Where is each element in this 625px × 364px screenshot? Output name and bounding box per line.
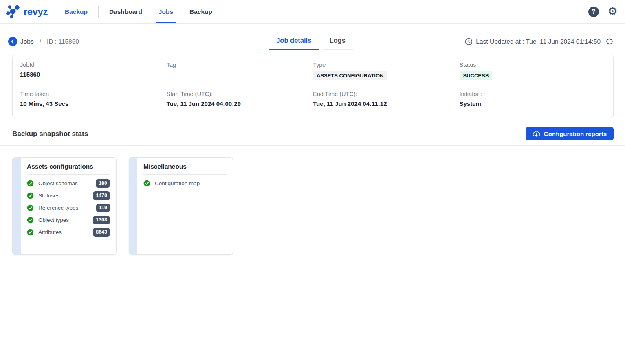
stats-section-title: Backup snapshot stats <box>12 130 88 138</box>
nav-item-backup[interactable]: Backup <box>181 0 220 23</box>
field-initiator: Initiator : System <box>460 91 606 107</box>
job-details-card: JobId 115860 Tag - Type ASSETS CONFIGURA… <box>12 55 614 118</box>
field-value: 10 Mins, 43 Secs <box>20 100 167 107</box>
chevron-left-icon <box>10 39 15 44</box>
field-tag: Tag - <box>167 61 313 80</box>
main-nav: Backup Dashboard Jobs Backup <box>57 0 220 23</box>
list-item-statuses: Statuses 1470 <box>27 191 110 200</box>
check-circle-icon <box>143 180 150 187</box>
revyz-logo[interactable]: revyz <box>5 0 48 23</box>
toolbar: Jobs / ID : 115860 Job details Logs Last… <box>0 33 625 50</box>
configuration-map-label: Configuration map <box>155 180 200 186</box>
field-label: Time taken <box>20 91 167 97</box>
stats-section-header: Backup snapshot stats Configuration repo… <box>0 127 625 140</box>
check-circle-icon <box>27 180 34 187</box>
help-icon[interactable]: ? <box>588 7 599 17</box>
check-circle-icon <box>27 192 34 199</box>
miscellaneous-card: Miscellaneous Configuration map <box>129 157 233 255</box>
field-label: JobId <box>20 61 167 68</box>
molecule-logo-icon <box>5 4 22 20</box>
app-header: revyz Backup Dashboard Jobs Backup ? ⚙ <box>0 0 625 24</box>
field-jobid: JobId 115860 <box>20 61 167 80</box>
configuration-reports-label: Configuration reports <box>544 130 607 137</box>
list-item-object-types: Object types 1308 <box>27 216 110 224</box>
statuses-link[interactable]: Statuses <box>38 193 60 199</box>
card-accent-strip <box>129 158 137 254</box>
field-label: Type <box>313 61 460 68</box>
field-value: Tue, 11 Jun 2024 04:11:12 <box>313 100 460 107</box>
clock-icon <box>465 38 473 46</box>
gear-icon[interactable]: ⚙ <box>608 6 618 17</box>
breadcrumb-jobs-link[interactable]: Jobs <box>20 38 34 45</box>
object-schemas-link[interactable]: Object schemas <box>38 180 78 186</box>
type-badge: ASSETS CONFIGURATION <box>313 71 387 80</box>
field-label: Initiator : <box>460 91 606 97</box>
card-accent-strip <box>13 158 21 254</box>
attributes-label: Attributes <box>38 229 62 235</box>
assets-configurations-card: Assets configurations Object schemas 180… <box>12 157 117 255</box>
field-status: Status SUCCESS <box>460 61 606 80</box>
check-circle-icon <box>27 217 34 224</box>
logo-text: revyz <box>24 6 48 18</box>
list-item-configuration-map: Configuration map <box>143 179 227 187</box>
check-circle-icon <box>27 229 34 236</box>
list-item-object-schemas: Object schemas 180 <box>27 179 110 188</box>
breadcrumb-current-id: ID : 115860 <box>47 38 79 45</box>
tab-job-details[interactable]: Job details <box>269 33 319 50</box>
object-types-label: Object types <box>38 217 69 223</box>
count-badge: 8643 <box>93 228 110 237</box>
card-title: Assets configurations <box>27 163 110 175</box>
list-item-reference-types: Reference types 119 <box>27 204 110 212</box>
last-updated-text: Last Updated at : Tue ,11 Jun 2024 01:14… <box>476 38 601 45</box>
cloud-download-icon <box>533 130 540 137</box>
card-title: Miscellaneous <box>143 163 227 175</box>
back-button[interactable] <box>8 37 17 46</box>
breadcrumb: Jobs / ID : 115860 <box>8 37 187 46</box>
count-badge: 119 <box>96 204 110 212</box>
nav-item-dashboard[interactable]: Dashboard <box>101 0 150 23</box>
field-time-taken: Time taken 10 Mins, 43 Secs <box>20 91 167 107</box>
last-updated: Last Updated at : Tue ,11 Jun 2024 01:14… <box>434 37 614 46</box>
field-label: Tag <box>167 61 313 68</box>
breadcrumb-separator: / <box>40 38 41 45</box>
field-start-time: Start Time (UTC): Tue, 11 Jun 2024 04:00… <box>167 91 313 107</box>
field-label: End Time (UTC): <box>313 91 460 97</box>
count-badge: 180 <box>96 179 110 188</box>
count-badge: 1470 <box>93 191 110 200</box>
field-type: Type ASSETS CONFIGURATION <box>313 61 460 80</box>
nav-item-jobs[interactable]: Jobs <box>150 0 181 23</box>
tabs: Job details Logs <box>187 33 434 50</box>
field-label: Start Time (UTC): <box>167 91 313 97</box>
snapshot-cards-row: Assets configurations Object schemas 180… <box>0 146 625 266</box>
tab-logs[interactable]: Logs <box>322 33 352 50</box>
reference-types-label: Reference types <box>38 205 78 211</box>
field-label: Status <box>460 61 606 68</box>
configuration-reports-button[interactable]: Configuration reports <box>526 127 614 140</box>
field-end-time: End Time (UTC): Tue, 11 Jun 2024 04:11:1… <box>313 91 460 107</box>
field-value: System <box>460 100 606 107</box>
count-badge: 1308 <box>93 216 110 224</box>
field-value: Tue, 11 Jun 2024 04:00:29 <box>167 100 313 107</box>
status-badge: SUCCESS <box>460 71 493 80</box>
field-value: - <box>167 71 313 78</box>
check-circle-icon <box>27 204 34 211</box>
list-item-attributes: Attributes 8643 <box>27 228 110 237</box>
refresh-icon[interactable] <box>605 37 614 46</box>
nav-item-backup-primary[interactable]: Backup <box>57 0 96 23</box>
field-value: 115860 <box>20 71 167 78</box>
nav-divider <box>98 6 99 18</box>
